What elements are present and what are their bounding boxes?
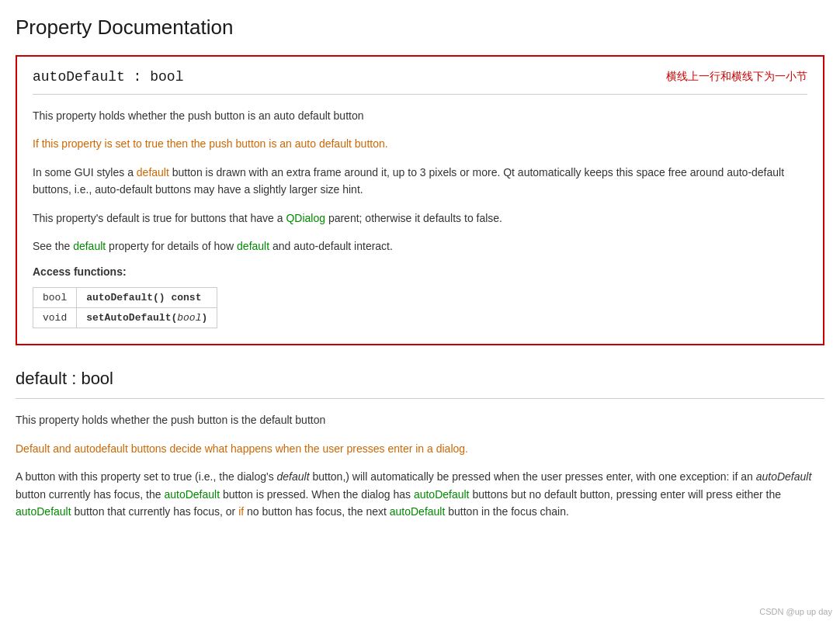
property-divider xyxy=(33,94,807,95)
property-section-default: default : bool This property holds wheth… xyxy=(16,369,824,546)
property-header-autodefault: autoDefault : bool 横线上一行和横线下为一小节 xyxy=(33,69,807,85)
property-header-default: default : bool xyxy=(16,369,824,389)
autodefault-link-4[interactable]: autoDefault xyxy=(390,505,446,518)
autodefault-desc-4: This property's default is true for butt… xyxy=(33,210,807,227)
access-functions-label: Access functions: xyxy=(33,265,807,278)
default-desc-1: This property holds whether the push but… xyxy=(16,411,824,428)
autodefault-link-3[interactable]: autoDefault xyxy=(16,505,71,518)
default-desc-3: A button with this property set to true … xyxy=(16,468,824,520)
default-desc-2: Default and autodefault buttons decide w… xyxy=(16,440,824,457)
access-row-1: bool autoDefault() const xyxy=(33,288,217,308)
page-title: Property Documentation xyxy=(16,16,824,40)
access-row-2: void setAutoDefault(bool) xyxy=(33,308,217,328)
access-functions-table: bool autoDefault() const void setAutoDef… xyxy=(33,287,217,328)
autodefault-desc-3: In some GUI styles a default button is d… xyxy=(33,164,807,199)
property-annotation: 横线上一行和横线下为一小节 xyxy=(666,70,807,84)
gui-text: default xyxy=(137,166,169,179)
autodefault-desc-2: If this property is set to true then the… xyxy=(33,135,807,152)
autodefault-link-1[interactable]: autoDefault xyxy=(164,488,220,501)
access-signature-2: setAutoDefault(bool) xyxy=(77,308,217,328)
autodefault-desc-1: This property holds whether the push but… xyxy=(33,107,807,124)
if-text: if xyxy=(238,505,244,518)
property-name-autodefault: autoDefault : bool xyxy=(33,69,183,85)
access-return-type-2: void xyxy=(33,308,77,328)
property-name-default: default : bool xyxy=(16,369,113,388)
autodefault-link-2[interactable]: autoDefault xyxy=(414,488,470,501)
autodefault-desc-5: See the default property for details of … xyxy=(33,237,807,255)
property-divider-2 xyxy=(16,398,824,399)
access-return-type-1: bool xyxy=(33,288,77,308)
access-signature-1: autoDefault() const xyxy=(77,288,217,308)
default-link-1[interactable]: default xyxy=(73,240,106,252)
qdialog-link[interactable]: QDialog xyxy=(286,212,325,224)
property-section-autodefault: autoDefault : bool 横线上一行和横线下为一小节 This pr… xyxy=(16,55,824,345)
default-link-2[interactable]: default xyxy=(237,240,269,252)
